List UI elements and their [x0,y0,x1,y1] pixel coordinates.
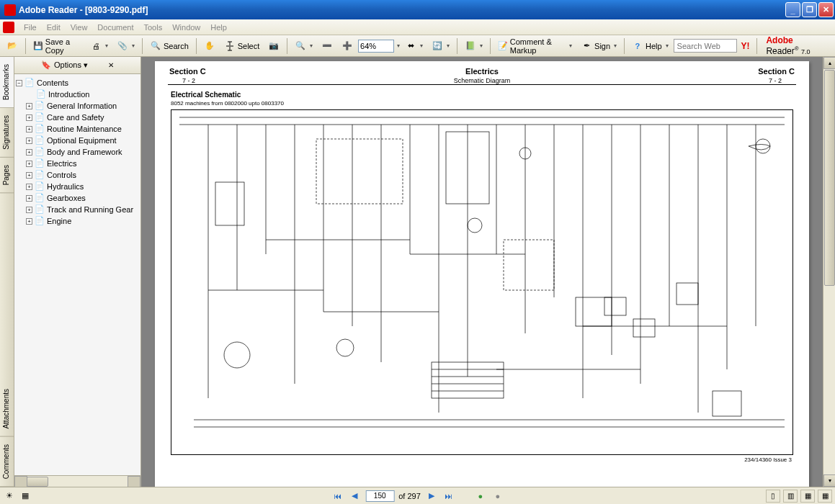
bookmarks-tree: − 📄 Contents 📄Introduction+📄General Info… [14,74,140,475]
document-viewport[interactable]: Section C Section C Electrics 7 - 2 Sche… [141,57,823,487]
book-icon: 📗 [465,40,476,52]
bookmark-item[interactable]: +📄General Information [26,100,139,112]
sun-icon[interactable]: ☀ [3,490,16,503]
menu-document[interactable]: Document [92,22,138,33]
sign-button[interactable]: ✒Sign▾ [577,37,620,55]
bookmark-item[interactable]: +📄Hydraulics [26,181,139,192]
sidetab-comments[interactable]: Comments [0,437,14,487]
expand-icon[interactable]: + [26,195,32,202]
electrical-schematic-diagram [171,109,793,455]
sidetab-attachments[interactable]: Attachments [0,382,14,437]
prev-page-button[interactable]: ◀ [348,490,361,503]
bookmark-item[interactable]: +📄Routine Maintenance [26,123,139,135]
expand-icon[interactable]: + [26,161,32,167]
bookmarks-hscrollbar[interactable] [14,475,140,487]
bookmark-item[interactable]: +📄Body and Framework [26,146,139,158]
zoom-plus-button[interactable]: ➕ [338,37,357,55]
adobe-reader-logo: Adobe Reader® 7.0 [760,35,832,56]
pdf-page-icon: 📄 [35,124,45,134]
bookmark-root[interactable]: − 📄 Contents [16,77,139,89]
menu-tools[interactable]: Tools [139,22,168,33]
next-page-button[interactable]: ▶ [425,490,438,503]
expand-icon[interactable]: + [26,126,32,132]
single-page-button[interactable]: ▯ [766,490,780,503]
pen-icon: ✒ [581,40,592,52]
search-button[interactable]: 🔍Search [146,37,192,55]
sidetab-bookmarks[interactable]: Bookmarks [0,57,14,108]
menu-edit[interactable]: Edit [42,22,66,33]
menu-help[interactable]: Help [205,22,232,33]
zoom-out-button[interactable]: ➖ [318,37,336,55]
search-web-input[interactable] [674,39,737,53]
current-page-input[interactable] [365,490,394,502]
select-tool-button[interactable]: Select [220,37,264,55]
expand-icon[interactable]: + [26,103,32,109]
close-panel-button[interactable]: ✕ [108,61,114,69]
open-button[interactable]: 📂 [3,37,22,55]
sidetab-pages[interactable]: Pages [0,158,14,193]
last-page-button[interactable]: ⏭ [442,490,455,503]
expand-icon[interactable]: + [26,114,32,121]
zoom-value-input[interactable] [358,40,394,53]
expand-icon[interactable]: + [26,172,32,179]
hand-tool-button[interactable]: ✋ [200,37,219,55]
svg-rect-28 [215,182,244,225]
expand-icon[interactable]: + [26,207,32,213]
camera-icon: 📷 [268,40,280,52]
snapshot-button[interactable]: 📷 [264,37,283,55]
svg-rect-24 [316,139,403,204]
vertical-scrollbar[interactable]: ▴ ▾ [823,57,835,487]
bookmark-item[interactable]: +📄Gearboxes [26,192,139,204]
print-button[interactable]: 🖨▾ [86,37,112,55]
continuous-button[interactable]: ▥ [783,490,798,503]
save-a-copy-button[interactable]: 💾Save a Copy [30,37,85,55]
expand-icon[interactable]: + [26,184,32,190]
ebook-button[interactable]: 📗▾ [461,37,486,55]
bookmark-item[interactable]: +📄Electrics [26,158,139,169]
zoom-dropdown[interactable]: ▾ [397,42,400,49]
back-view-button[interactable]: ● [474,490,487,503]
email-button[interactable]: 📎▾ [113,37,138,55]
minimize-button[interactable]: _ [785,2,800,17]
menu-file[interactable]: File [19,22,42,33]
help-button[interactable]: ?Help▾ [628,37,672,55]
bookmark-label: Care and Safety [47,113,104,122]
scroll-down-button[interactable]: ▾ [823,474,835,487]
scroll-up-button[interactable]: ▴ [823,57,835,69]
fit-width-button[interactable]: ⬌▾ [401,37,427,55]
options-button[interactable]: Options ▾ [54,60,88,70]
menubar: File Edit View Document Tools Window Hel… [0,19,835,35]
page-layout-icon[interactable]: ▦ [19,490,32,503]
menu-view[interactable]: View [66,22,93,33]
svg-point-30 [336,339,354,356]
search-label: Search [164,42,189,50]
facing-button[interactable]: ▦ [800,490,815,503]
scroll-thumb[interactable] [824,70,835,286]
collapse-icon[interactable]: − [16,80,22,86]
yahoo-icon[interactable]: Y! [741,41,750,51]
menu-window[interactable]: Window [167,22,205,33]
bookmark-label: Hydraulics [47,182,84,191]
expand-icon[interactable]: + [26,149,32,156]
bookmark-item[interactable]: +📄Track and Running Gear [26,204,139,215]
bookmark-item[interactable]: +📄Controls [26,169,139,181]
expand-icon[interactable]: + [26,138,32,144]
select-label: Select [238,42,260,50]
adobe-reader-icon [3,22,14,33]
zoom-in-button[interactable]: 🔍▾ [291,37,316,55]
forward-view-button[interactable]: ● [491,490,504,503]
expand-icon[interactable]: + [26,218,32,225]
bookmark-item[interactable]: +📄Care and Safety [26,112,139,123]
first-page-button[interactable]: ⏮ [331,490,344,503]
continuous-facing-button[interactable]: ▦ [818,490,832,503]
bookmark-item[interactable]: 📄Introduction [26,89,139,100]
maximize-button[interactable]: ❐ [802,2,817,17]
rotate-button[interactable]: 🔄▾ [428,37,453,55]
close-button[interactable]: ✕ [818,2,834,17]
sidetab-signatures[interactable]: Signatures [0,108,14,158]
comment-markup-button[interactable]: 📝Comment & Markup▾ [494,37,576,55]
bookmark-item[interactable]: +📄Engine [26,215,139,227]
bookmark-item[interactable]: +📄Optional Equipment [26,135,139,146]
help-label: Help [646,42,662,50]
sub-right: 7 - 2 [769,77,782,84]
